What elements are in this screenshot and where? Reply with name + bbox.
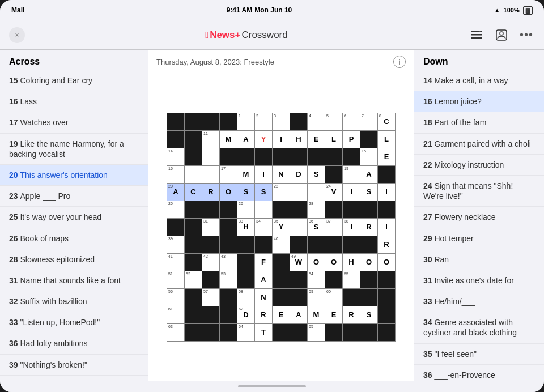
cell-4-10[interactable]: I — [343, 184, 360, 201]
cell-1-9[interactable]: L — [325, 131, 342, 148]
cell-1-7[interactable]: H — [290, 131, 307, 148]
across-clue-28[interactable]: 28 Slowness epitomized — [0, 249, 148, 270]
cell-3-1[interactable] — [185, 166, 202, 183]
cell-0-10[interactable]: 6 — [343, 113, 360, 130]
cell-10-12[interactable] — [378, 289, 395, 306]
down-clue-16[interactable]: 16 Lemon juice? — [414, 91, 544, 112]
cell-4-7[interactable] — [290, 184, 307, 201]
across-clue-15[interactable]: 15 Coloring and Ear cry — [0, 70, 148, 91]
down-clue-24[interactable]: 24 Sign that means "Shh! We're live!" — [414, 176, 544, 207]
cell-8-9[interactable]: O — [325, 254, 342, 271]
info-icon[interactable]: i — [393, 56, 406, 68]
cell-6-6[interactable]: 35Y — [273, 219, 290, 236]
down-clue-31[interactable]: 31 Invite as one's date for — [414, 270, 544, 291]
cell-2-5[interactable] — [255, 148, 272, 165]
cell-4-11[interactable]: S — [360, 184, 377, 201]
cell-0-5[interactable]: 2 — [255, 113, 272, 130]
cell-4-9[interactable]: 24V — [325, 184, 342, 201]
cell-2-4[interactable] — [237, 148, 254, 165]
cell-4-2[interactable]: R — [202, 184, 219, 201]
cell-1-6[interactable]: I — [273, 131, 290, 148]
cell-2-7[interactable] — [290, 148, 307, 165]
cell-9-1[interactable]: 52 — [185, 271, 202, 288]
cell-6-2[interactable]: 31 — [202, 219, 219, 236]
cell-6-4[interactable]: 33H — [237, 219, 254, 236]
cell-5-6[interactable] — [273, 201, 290, 218]
cell-10-5[interactable]: N — [255, 289, 272, 306]
cell-11-2[interactable] — [202, 306, 219, 323]
cell-7-7[interactable] — [290, 236, 307, 253]
cell-9-2[interactable] — [202, 271, 219, 288]
list-view-button[interactable] — [468, 27, 485, 44]
cell-7-2[interactable] — [202, 236, 219, 253]
cell-12-12[interactable] — [378, 324, 395, 341]
cell-0-6[interactable]: 3 — [273, 113, 290, 130]
across-clue-23[interactable]: 23 Apple ___ Pro — [0, 186, 148, 207]
cell-8-5[interactable]: F — [255, 254, 272, 271]
cell-3-11[interactable]: A — [360, 166, 377, 183]
cell-1-8[interactable]: E — [308, 131, 325, 148]
person-button[interactable] — [493, 27, 510, 44]
down-clue-36[interactable]: 36 ___-en-Provence — [414, 365, 544, 381]
cell-7-5[interactable] — [255, 236, 272, 253]
cell-9-7[interactable] — [290, 271, 307, 288]
cell-10-3[interactable] — [220, 289, 237, 306]
cell-9-12[interactable] — [378, 271, 395, 288]
cell-3-6[interactable]: N — [273, 166, 290, 183]
cell-6-5[interactable]: 34 — [255, 219, 272, 236]
cell-6-7[interactable] — [290, 219, 307, 236]
cell-10-7[interactable] — [290, 289, 307, 306]
cell-9-3[interactable]: 53 — [220, 271, 237, 288]
down-clue-18[interactable]: 18 Part of the fam — [414, 112, 544, 133]
cell-8-0[interactable]: 41 — [167, 254, 184, 271]
cell-3-8[interactable]: S — [308, 166, 325, 183]
across-clue-33[interactable]: 33 "Listen up, HomePod!" — [0, 312, 148, 333]
cell-7-10[interactable] — [343, 236, 360, 253]
cell-3-2[interactable] — [202, 166, 219, 183]
cell-8-11[interactable]: O — [360, 254, 377, 271]
cell-5-9[interactable] — [325, 201, 342, 218]
cell-4-6[interactable]: 22 — [273, 184, 290, 201]
across-clue-40[interactable]: 40 Soda-bottle unit — [0, 376, 148, 381]
cell-1-3[interactable]: M — [220, 131, 237, 148]
cell-6-3[interactable] — [220, 219, 237, 236]
cell-1-12[interactable]: L — [378, 131, 395, 148]
cell-5-8[interactable]: 28 — [308, 201, 325, 218]
cell-7-12[interactable]: R — [378, 236, 395, 253]
cell-6-11[interactable]: R — [360, 219, 377, 236]
across-clue-16[interactable]: 16 Lass — [0, 91, 148, 112]
cell-1-0[interactable] — [167, 131, 184, 148]
cell-1-10[interactable]: P — [343, 131, 360, 148]
cell-5-10[interactable] — [343, 201, 360, 218]
cell-11-6[interactable]: E — [273, 306, 290, 323]
cell-3-5[interactable]: I — [255, 166, 272, 183]
cell-7-4[interactable] — [237, 236, 254, 253]
cell-6-9[interactable]: 37 — [325, 219, 342, 236]
cell-2-3[interactable] — [220, 148, 237, 165]
cell-0-2[interactable] — [202, 113, 219, 130]
cell-1-11[interactable] — [360, 131, 377, 148]
cell-2-10[interactable] — [343, 148, 360, 165]
cell-11-10[interactable]: R — [343, 306, 360, 323]
cell-10-1[interactable] — [185, 289, 202, 306]
cell-8-1[interactable] — [185, 254, 202, 271]
cell-8-8[interactable]: O — [308, 254, 325, 271]
cell-7-3[interactable] — [220, 236, 237, 253]
cell-3-0[interactable]: 16 — [167, 166, 184, 183]
cell-0-12[interactable]: 8C — [378, 113, 395, 130]
cell-11-12[interactable] — [378, 306, 395, 323]
cell-6-1[interactable] — [185, 219, 202, 236]
cell-12-1[interactable] — [185, 324, 202, 341]
across-clue-25[interactable]: 25 It's way over your head — [0, 207, 148, 228]
cell-10-8[interactable]: 59 — [308, 289, 325, 306]
cell-8-6[interactable] — [273, 254, 290, 271]
close-button[interactable]: × — [9, 27, 25, 43]
cell-10-9[interactable]: 60 — [325, 289, 342, 306]
across-clue-36[interactable]: 36 Had lofty ambitions — [0, 333, 148, 354]
cell-12-4[interactable]: 64 — [237, 324, 254, 341]
cell-2-6[interactable] — [273, 148, 290, 165]
cell-11-1[interactable] — [185, 306, 202, 323]
cell-3-10[interactable]: 19 — [343, 166, 360, 183]
cell-5-4[interactable]: 26 — [237, 201, 254, 218]
cell-8-4[interactable] — [237, 254, 254, 271]
